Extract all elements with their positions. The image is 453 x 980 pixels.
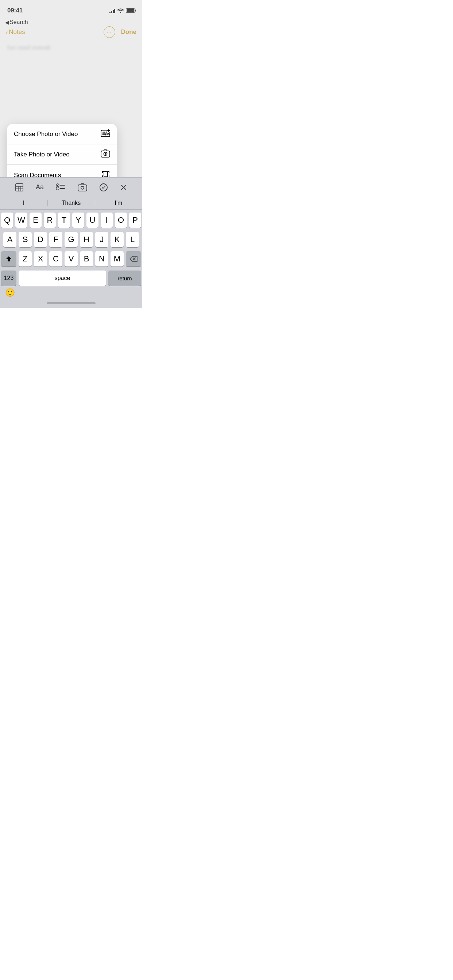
key-row-2: A S D F G H J K L (1, 232, 141, 247)
predictive-item-thanks[interactable]: Thanks (48, 197, 95, 209)
predictive-item-im[interactable]: I'm (95, 197, 142, 209)
key-w[interactable]: W (15, 213, 27, 228)
key-o[interactable]: O (115, 213, 127, 228)
numbers-key[interactable]: 123 (1, 270, 16, 286)
format-toolbar: Aa (0, 177, 142, 197)
key-b[interactable]: B (80, 251, 93, 267)
svg-point-20 (81, 186, 84, 189)
key-m[interactable]: M (110, 251, 124, 267)
take-photo-icon (100, 150, 110, 159)
key-e[interactable]: E (30, 213, 41, 228)
keyboard: I Thanks I'm Q W E R T Y U I O P A S D F (0, 197, 142, 308)
table-toolbar-button[interactable] (15, 183, 24, 192)
take-photo-label: Take Photo or Video (14, 151, 70, 158)
key-g[interactable]: G (65, 232, 78, 247)
backspace-key[interactable] (126, 251, 141, 267)
svg-rect-19 (78, 185, 87, 191)
key-rows: Q W E R T Y U I O P A S D F G H J K L (0, 210, 142, 287)
text-format-button[interactable]: Aa (36, 183, 44, 191)
svg-rect-6 (104, 172, 108, 177)
key-h[interactable]: H (80, 232, 93, 247)
markup-button[interactable] (99, 183, 108, 192)
take-photo-item[interactable]: Take Photo or Video (7, 145, 117, 165)
choose-photo-icon (100, 129, 110, 139)
key-row-4: 123 space return (1, 270, 141, 286)
emoji-button[interactable]: 🙂 (5, 288, 15, 298)
predictive-bar: I Thanks I'm (0, 197, 142, 210)
svg-point-17 (56, 187, 59, 190)
space-key[interactable]: space (19, 270, 106, 286)
camera-toolbar-button[interactable] (78, 183, 87, 191)
key-p[interactable]: P (129, 213, 141, 228)
key-n[interactable]: N (95, 251, 108, 267)
key-r[interactable]: R (44, 213, 56, 228)
svg-rect-10 (16, 184, 23, 191)
key-row-3: Z X C V B N M (1, 251, 141, 267)
key-row-1: Q W E R T Y U I O P (1, 213, 141, 228)
home-indicator-row (0, 298, 142, 308)
key-x[interactable]: X (34, 251, 47, 267)
key-v[interactable]: V (65, 251, 78, 267)
key-f[interactable]: F (49, 232, 62, 247)
key-a[interactable]: A (3, 232, 16, 247)
key-z[interactable]: Z (19, 251, 32, 267)
key-q[interactable]: Q (1, 213, 13, 228)
key-d[interactable]: D (34, 232, 47, 247)
choose-photo-label: Choose Photo or Video (14, 130, 78, 138)
key-u[interactable]: U (86, 213, 99, 228)
close-toolbar-button[interactable] (120, 184, 127, 191)
key-t[interactable]: T (58, 213, 70, 228)
return-key[interactable]: return (108, 270, 141, 286)
key-i[interactable]: I (100, 213, 113, 228)
key-y[interactable]: Y (72, 213, 84, 228)
key-j[interactable]: J (95, 232, 108, 247)
choose-photo-item[interactable]: Choose Photo or Video (7, 124, 117, 145)
key-l[interactable]: L (126, 232, 139, 247)
key-c[interactable]: C (49, 251, 62, 267)
shift-key[interactable] (1, 251, 16, 267)
svg-point-21 (100, 184, 107, 191)
checklist-button[interactable] (56, 183, 65, 191)
home-indicator (47, 302, 96, 304)
emoji-bar: 🙂 (0, 287, 142, 298)
key-s[interactable]: S (19, 232, 32, 247)
svg-point-5 (105, 153, 106, 154)
key-k[interactable]: K (110, 232, 124, 247)
predictive-item-i[interactable]: I (0, 197, 48, 209)
